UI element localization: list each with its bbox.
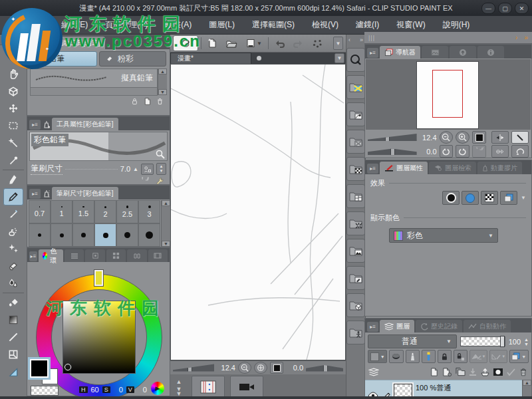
border-effect-button[interactable]	[442, 191, 460, 205]
history-tab[interactable]: 歷史記錄	[416, 320, 462, 332]
operate-tool[interactable]	[3, 82, 23, 100]
menu-view[interactable]: 檢視(V)	[303, 19, 347, 31]
eyedropper-tool[interactable]	[3, 152, 23, 169]
gradient-tool[interactable]	[3, 311, 23, 329]
brush-size-2[interactable]: 2	[94, 200, 116, 223]
enable-mask-button[interactable]: ▼	[469, 350, 487, 363]
color-wheel-tab[interactable]: 色環	[39, 249, 63, 262]
brush-size-6[interactable]	[72, 223, 94, 247]
color-mode-wheel-icon[interactable]: ▶	[151, 382, 164, 395]
approx-color-tab[interactable]	[85, 249, 104, 262]
brush-size-scrollbar[interactable]: ▲ ▼	[161, 200, 170, 247]
fill-tool[interactable]	[3, 294, 23, 311]
material-downloaded-button[interactable]	[346, 266, 365, 290]
menu-filter[interactable]: 濾鏡(I)	[347, 19, 388, 31]
ruler-range-button[interactable]: ▼	[489, 350, 507, 363]
decoration-tool[interactable]	[3, 240, 23, 257]
layer-search-tab[interactable]: 圖層檢索	[429, 162, 476, 174]
tool-property-tab[interactable]: 工具屬性[彩色鉛筆]	[52, 118, 118, 130]
combine-to-lower-button[interactable]	[480, 367, 490, 377]
foreground-color-swatch[interactable]	[30, 359, 49, 378]
new-folder-button[interactable]	[455, 367, 466, 376]
menu-selection[interactable]: 選擇範圍(S)	[243, 19, 303, 31]
tab-list-button[interactable]: ▼	[334, 53, 344, 63]
opacity-spinner[interactable]: ▲▼	[524, 337, 529, 346]
actual-size-icon[interactable]	[270, 362, 283, 374]
pen-tool[interactable]	[3, 171, 23, 188]
layer-property-tab[interactable]: 圖層屬性	[380, 162, 428, 174]
brush-size-tab[interactable]: 筆刷尺寸[彩色鉛筆]	[52, 187, 118, 200]
delete-subtool-icon[interactable]	[156, 97, 164, 106]
slider-arrow-icon[interactable]: ▲	[133, 166, 138, 172]
menu-edit[interactable]: 編輯(E)	[53, 19, 96, 31]
hue-marker[interactable]	[94, 270, 103, 286]
color-slider-tab[interactable]	[65, 249, 84, 262]
material-3d-object-button[interactable]	[346, 293, 365, 317]
new-file-button[interactable]	[204, 36, 220, 51]
airbrush-tool[interactable]	[3, 223, 23, 240]
effect-more-caret[interactable]: ▼	[521, 195, 526, 201]
canvas-zoom-slider[interactable]	[173, 364, 214, 372]
hand-tool[interactable]	[3, 65, 23, 82]
dynamics-button[interactable]	[141, 164, 154, 175]
rotate-reset-icon[interactable]	[511, 145, 529, 158]
material-image-button[interactable]	[346, 239, 365, 263]
color-history-tab[interactable]	[127, 249, 146, 262]
canvas-page[interactable]	[170, 64, 346, 360]
new-raster-layer-button[interactable]	[429, 367, 439, 377]
scroll-down-icon[interactable]: ▼	[162, 241, 170, 247]
close-button[interactable]: ✕	[515, 3, 529, 14]
undo-button[interactable]	[271, 36, 287, 51]
rotate-left-icon[interactable]	[440, 145, 454, 158]
delete-layer-button[interactable]	[519, 367, 528, 377]
material-frame-template-button[interactable]	[346, 184, 365, 208]
blend-tool[interactable]	[3, 275, 23, 292]
nav-actual-size-icon[interactable]	[472, 131, 486, 144]
dock-expand-icon[interactable]: »	[524, 34, 528, 41]
navigator-zoom-value[interactable]: 12.4	[420, 134, 437, 142]
information-tab[interactable]	[477, 46, 504, 59]
pencil-tool[interactable]	[3, 188, 23, 205]
canvas-zoom-value[interactable]: 12.4	[217, 364, 235, 372]
param-spinner[interactable]: ▲▼	[156, 163, 166, 175]
layer-color-button[interactable]	[500, 191, 517, 205]
thumbnail-menu-button[interactable]: ▼	[368, 350, 387, 363]
eraser-tool[interactable]	[3, 257, 23, 275]
brush-size-value[interactable]: 7.0	[120, 165, 130, 173]
maximize-button[interactable]: ▢	[498, 3, 512, 14]
flip-view-icon[interactable]	[491, 145, 509, 158]
scroll-up-icon[interactable]: ▲	[523, 380, 531, 386]
brush-size-8[interactable]	[116, 223, 138, 247]
nav-zoom-in-icon[interactable]	[456, 131, 469, 144]
canvas-rotation-value[interactable]: 0.0	[286, 364, 303, 372]
draft-layer-button[interactable]	[422, 350, 436, 363]
brush-size-2.5[interactable]: 2.5	[116, 200, 138, 223]
new-subtool-icon[interactable]	[143, 97, 152, 106]
ruler-tool[interactable]	[3, 363, 23, 380]
brush-size-3[interactable]: 3	[138, 200, 160, 223]
document-tab[interactable]: 漫畫*	[170, 53, 251, 64]
material-effect-lines-button[interactable]	[346, 211, 365, 235]
reference-layer-button[interactable]	[406, 350, 420, 363]
item-bank-tab[interactable]	[450, 46, 476, 59]
frame-border-tool[interactable]	[3, 346, 23, 363]
page-spread-button[interactable]	[192, 376, 225, 398]
navigator-zoom-slider[interactable]	[368, 133, 417, 142]
navigator-preview[interactable]	[366, 59, 531, 130]
navigator-menu-icon[interactable]: ▸≡	[367, 48, 378, 58]
menu-file[interactable]: 檔案(F)	[9, 19, 53, 31]
lock-layer-button[interactable]	[438, 350, 452, 363]
reset-display-icon[interactable]	[511, 131, 529, 144]
dock-arrow-icon[interactable]: ›	[515, 34, 517, 41]
page-next-icon[interactable]: ▼▼	[176, 387, 182, 396]
rotate-right-icon[interactable]	[456, 145, 469, 158]
zoom-tool[interactable]	[3, 48, 23, 65]
subtool-panel-tab[interactable]: 輔助工具[鉛筆]	[52, 37, 105, 49]
brush-size-7-selected[interactable]	[94, 223, 116, 247]
nav-zoom-out-icon[interactable]	[440, 131, 454, 144]
sv-marker[interactable]	[65, 364, 71, 370]
brush-size-menu-icon[interactable]: ▸≡	[29, 189, 41, 199]
sv-square[interactable]	[63, 301, 136, 374]
apply-mask-button[interactable]	[506, 368, 516, 376]
minimize-button[interactable]: —	[481, 3, 495, 14]
